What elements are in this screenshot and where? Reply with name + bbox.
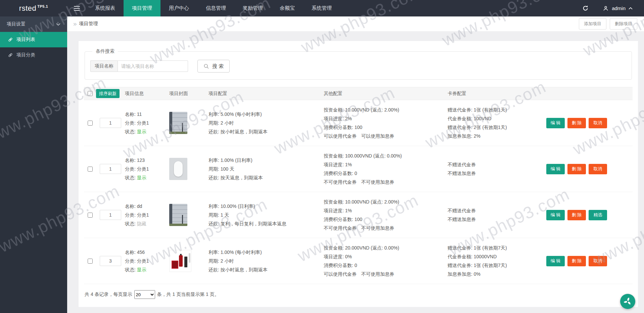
sidebar-group-label: 项目设置 [7, 21, 26, 27]
edit-button[interactable]: 编 辑 [546, 256, 565, 266]
row-checkbox[interactable] [88, 259, 93, 264]
text-line: 周期: 2 小时 [209, 257, 324, 265]
breadcrumb: » 项目管理 [73, 21, 98, 27]
search-button[interactable]: 搜 索 [197, 60, 230, 73]
delete-project-button[interactable]: 删除项目 [610, 18, 637, 30]
pagination-prefix: 共 4 条记录，每页显示 [85, 292, 132, 298]
cover-image [169, 250, 191, 272]
text-line: 投资金额: 10.000VND (返点: 2.00%) [324, 105, 448, 114]
text-line: 代金券金额: 10000VND [448, 252, 546, 261]
project-name-input[interactable] [118, 60, 188, 72]
other-config-cell: 投资金额: 100.000VND (返点: 0.00%)项目进度: 1%消费积分… [324, 151, 448, 186]
row-checkbox[interactable] [88, 213, 93, 218]
project-name: 名称: 123 [125, 156, 169, 165]
status-value: 隐藏 [137, 221, 146, 226]
sort-input[interactable] [100, 118, 121, 128]
refresh-button[interactable] [582, 5, 589, 11]
project-name: 名称: 11 [125, 110, 169, 119]
cover-image [169, 158, 187, 180]
cancel-button[interactable]: 取消 [589, 256, 607, 266]
nav-item-yuebao[interactable]: 余额宝 [271, 0, 303, 16]
link-icon [8, 37, 13, 42]
search-legend: 条件搜索 [92, 48, 118, 54]
add-project-button[interactable]: 添加项目 [579, 18, 606, 30]
featured-button[interactable]: 精选 [589, 210, 607, 220]
delete-button[interactable]: 删 除 [567, 164, 586, 174]
sort-input[interactable] [100, 256, 121, 266]
text-line: 利率: 5.00% (每小时利率) [209, 110, 324, 119]
search-icon [203, 63, 209, 69]
search-button-label: 搜 索 [212, 63, 224, 70]
table-row: 名称: 11 分类: 分类1 状态: 显示 利率: 5.00% (每小时利率)周… [84, 100, 633, 146]
project-info-cell: 名称: 456 分类: 分类1 状态: 显示 [125, 248, 169, 274]
text-line: 加息券加息: 2% [448, 132, 546, 140]
nav-item-system-management[interactable]: 系统管理 [303, 0, 340, 16]
chevron-up-icon [629, 7, 633, 10]
sort-input[interactable] [100, 210, 121, 220]
edit-button[interactable]: 编 辑 [546, 164, 565, 174]
logo-version: TP5.1 [37, 4, 48, 8]
delete-button[interactable]: 删 除 [567, 118, 586, 128]
project-info-cell: 名称: 123 分类: 分类1 状态: 显示 [125, 156, 169, 182]
text-line: 赠送代金券: 2张 (有效期1天) [448, 123, 546, 132]
coupon-config-cell: 不赠送代金券不赠送加息券 [448, 160, 546, 178]
edit-button[interactable]: 编 辑 [546, 210, 565, 220]
text-line: 项目进度: 1% [324, 160, 448, 169]
text-line: 不可使用代金券 不可使用加息券 [324, 224, 448, 232]
row-actions: 编 辑删 除取消 [546, 256, 633, 266]
status-label: 状态: [125, 175, 137, 180]
top-navigation: 系统报表 项目管理 用户中心 信息管理 奖励管理 余额宝 系统管理 [87, 0, 340, 16]
sort-input[interactable] [100, 164, 121, 174]
status-label: 状态: [125, 221, 137, 226]
sort-refresh-button[interactable]: 排序刷新 [96, 89, 120, 98]
text-line: 赠送代金券: 1张 (有效期7天) [448, 243, 546, 252]
edit-button[interactable]: 编 辑 [546, 118, 565, 128]
delete-button[interactable]: 删 除 [567, 210, 586, 220]
project-category: 分类: 分类1 [125, 211, 169, 219]
project-cover-cell [169, 158, 209, 180]
select-all-checkbox[interactable] [88, 91, 93, 96]
sidebar-item-project-category[interactable]: 项目分类 [0, 47, 67, 63]
project-cover-cell [169, 204, 209, 226]
nav-item-info-management[interactable]: 信息管理 [197, 0, 234, 16]
double-chevron-icon: » [73, 20, 77, 27]
text-line: 消费积分基数: 100 [324, 123, 448, 132]
text-line: 投资金额: 20.000VND (返点: 0.00%) [324, 243, 448, 252]
row-checkbox[interactable] [88, 167, 93, 172]
nav-item-system-report[interactable]: 系统报表 [87, 0, 124, 16]
cover-image [169, 204, 187, 226]
cover-image [169, 112, 187, 134]
status-value: 显示 [137, 129, 146, 134]
nav-item-reward-management[interactable]: 奖励管理 [234, 0, 271, 16]
nav-item-project-management[interactable]: 项目管理 [124, 0, 160, 16]
project-config-cell: 利率: 1.00% (每小时利率)周期: 2 小时还款: 按小时返息，到期返本 [209, 248, 324, 274]
sidebar-group-project-settings[interactable]: 项目设置 [0, 16, 67, 32]
content-card: 条件搜索 项目名称 搜 索 排序刷新 项目信息 项目封面 项目配置 其他配置 [79, 41, 638, 307]
text-line: 周期: 2 小时 [209, 119, 324, 127]
delete-button[interactable]: 删 除 [567, 256, 586, 266]
pinwheel-icon [623, 297, 632, 306]
text-line: 周期: 1 天 [209, 211, 324, 219]
text-line: 还款: 复利，每日复利，到期返本返息 [209, 219, 324, 228]
floating-action-button[interactable] [620, 294, 635, 309]
username: admin [612, 5, 626, 11]
sidebar: 项目设置 项目列表 项目分类 [0, 16, 67, 313]
menu-toggle-icon[interactable] [67, 0, 87, 16]
row-checkbox[interactable] [88, 121, 93, 126]
app-logo: rstedTP5.1 [0, 0, 67, 16]
topbar-right: admin [582, 0, 644, 16]
cancel-button[interactable]: 取消 [589, 118, 607, 128]
project-cover-cell [169, 112, 209, 134]
sidebar-item-project-list[interactable]: 项目列表 [0, 32, 67, 47]
text-line: 不可使用代金券 不可使用加息券 [324, 178, 448, 186]
user-menu[interactable]: admin [603, 5, 633, 11]
page-size-select[interactable]: 20 [134, 290, 155, 299]
cancel-button[interactable]: 取消 [589, 164, 607, 174]
other-config-cell: 投资金额: 10.000VND (返点: 2.00%)项目进度: 2%消费积分基… [324, 105, 448, 140]
text-line: 项目进度: 2% [324, 114, 448, 123]
nav-item-user-center[interactable]: 用户中心 [160, 0, 197, 16]
text-line: 利率: 1.00% (日利率) [209, 156, 324, 165]
project-config-cell: 利率: 1.00% (日利率)周期: 100 天还款: 按天返息，到期返本 [209, 156, 324, 182]
status-label: 状态: [125, 267, 137, 272]
text-line: 利率: 10.00% (日利率) [209, 202, 324, 211]
